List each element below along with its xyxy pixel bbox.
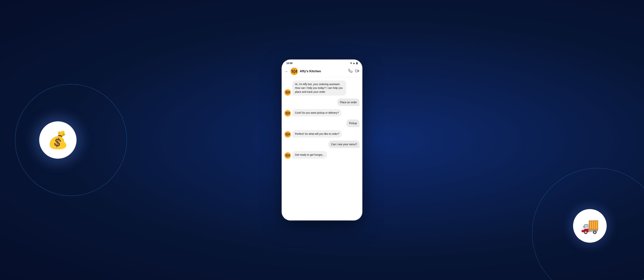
bot-message-bubble: Perfect! So what will you like to order? — [292, 130, 342, 138]
message-row: 🍽Perfect! So what will you like to order… — [284, 130, 360, 138]
user-message-bubble: Place an order — [337, 98, 360, 106]
phone-call-button[interactable] — [348, 69, 352, 74]
battery-icon: ▮ — [356, 62, 358, 64]
message-row: Can I see your menu? — [284, 140, 360, 148]
message-row: 🍽Hi, I'm Affy bot, your ordering assista… — [284, 80, 360, 96]
bot-message-bubble: Cool! Do you want pickup or delivery? — [292, 109, 342, 116]
status-bar: 10:00 ▾ ▲ ▮ — [282, 60, 362, 66]
signal-icon: ▲ — [352, 62, 355, 64]
bot-avatar: 🍽 — [284, 110, 291, 116]
header-avatar-emoji: 🍽 — [292, 68, 297, 74]
back-button[interactable]: ← — [285, 69, 288, 74]
money-bag-circle: 💰 — [39, 121, 76, 159]
header-title: Affy's Kitchen — [300, 70, 346, 73]
header-avatar: 🍽 — [290, 68, 298, 75]
message-row: Place an order — [284, 98, 360, 106]
bot-avatar: 🍽 — [284, 152, 291, 159]
money-bag-icon: 💰 — [48, 130, 68, 150]
bot-avatar: 🍽 — [284, 89, 291, 96]
phone-mockup: 10:00 ▾ ▲ ▮ ← 🍽 Affy's Kitchen — [282, 60, 362, 220]
delivery-truck-icon: 🚚 — [580, 217, 599, 235]
bot-avatar: 🍽 — [284, 131, 291, 138]
bot-message-bubble: Get ready to get hungry... — [292, 151, 327, 158]
status-icons: ▾ ▲ ▮ — [350, 62, 358, 64]
svg-rect-0 — [356, 70, 358, 72]
user-message-bubble: Can I see your menu? — [328, 140, 360, 148]
message-row: 🍽Cool! Do you want pickup or delivery? — [284, 109, 360, 116]
phone-screen: 10:00 ▾ ▲ ▮ ← 🍽 Affy's Kitchen — [282, 60, 362, 220]
wifi-icon: ▾ — [350, 62, 352, 64]
status-time: 10:00 — [286, 62, 292, 64]
chat-body[interactable]: 🍽Hi, I'm Affy bot, your ordering assista… — [282, 78, 362, 220]
message-row: Pickup — [284, 120, 360, 127]
message-row: 🍽Get ready to get hungry... — [284, 151, 360, 158]
header-actions — [348, 69, 359, 74]
user-message-bubble: Pickup — [346, 120, 360, 127]
delivery-truck-circle: 🚚 — [573, 209, 607, 243]
video-call-button[interactable] — [355, 69, 359, 74]
bot-message-bubble: Hi, I'm Affy bot, your ordering assistan… — [292, 80, 346, 96]
chat-header: ← 🍽 Affy's Kitchen — [282, 66, 362, 78]
